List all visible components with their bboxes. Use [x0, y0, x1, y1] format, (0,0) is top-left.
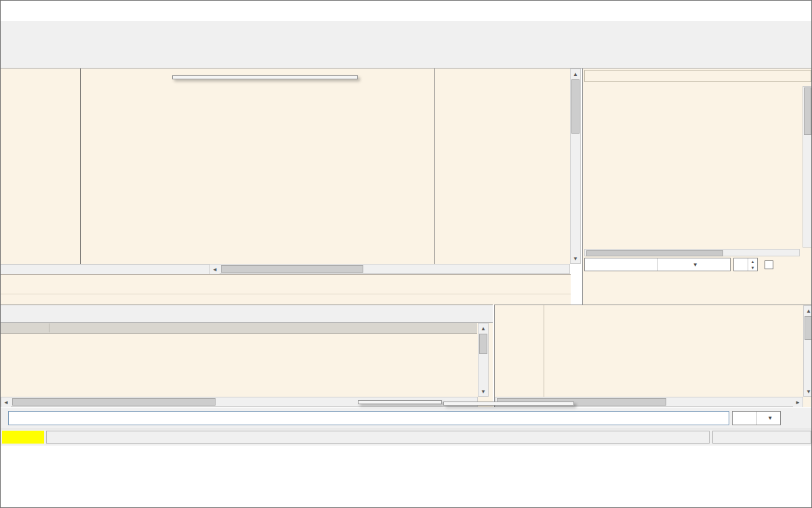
spin-down-icon[interactable]: ▼ — [748, 265, 757, 271]
scroll-down-icon[interactable]: ▼ — [804, 387, 812, 396]
scroll-left-icon[interactable]: ◄ — [210, 265, 220, 274]
search-submenu — [358, 400, 442, 404]
disasm-hscrollbar[interactable]: ◄ — [209, 264, 570, 274]
chevron-down-icon: ▼ — [657, 258, 731, 271]
menu-bar — [1, 21, 811, 37]
scroll-right-icon[interactable]: ► — [793, 397, 803, 407]
registers-vscrollbar[interactable] — [803, 86, 812, 248]
status-message — [46, 431, 710, 444]
app-bug-icon — [6, 5, 17, 16]
scroll-down-icon[interactable]: ▼ — [479, 387, 488, 396]
disasm-vscrollbar[interactable]: ▲ ▼ — [570, 69, 581, 264]
x32dbg-window: ▲ ▼ ◄ ▼ ▲ ▼ — [0, 0, 812, 508]
dump-header — [1, 323, 477, 334]
hide-fpu-button[interactable] — [584, 70, 811, 82]
spin-up-icon[interactable]: ▲ — [748, 258, 757, 265]
disasm-status-line — [1, 294, 571, 305]
unlock-checkbox[interactable] — [765, 260, 773, 269]
command-scope-select[interactable]: ▼ — [732, 411, 781, 425]
command-bar: ▼ — [1, 408, 811, 429]
current-region-submenu — [443, 402, 574, 406]
debug-time — [712, 431, 811, 444]
paused-badge — [2, 431, 44, 444]
toolbar — [1, 37, 811, 54]
stack-vscrollbar[interactable]: ▲ ▼ — [803, 305, 812, 397]
maximize-button[interactable] — [750, 1, 780, 21]
status-bar — [1, 429, 811, 446]
scroll-left-icon[interactable]: ◄ — [1, 397, 11, 407]
chevron-down-icon: ▼ — [756, 412, 781, 425]
dump-pane[interactable]: ▲ ▼ ◄ — [1, 305, 493, 407]
info-pane — [1, 274, 571, 294]
scroll-up-icon[interactable]: ▲ — [479, 324, 488, 333]
scroll-down-icon[interactable]: ▼ — [571, 254, 580, 263]
registers-hscrollbar[interactable] — [584, 249, 800, 256]
dump-rows[interactable] — [1, 334, 477, 397]
stack-rows[interactable] — [496, 307, 803, 397]
disassembly-pane[interactable] — [1, 69, 571, 264]
minimize-button[interactable] — [720, 1, 750, 21]
stack-pane[interactable]: ▲ ▼ ► — [494, 305, 812, 407]
registers-pane[interactable]: ▼ ▲ ▼ — [582, 69, 812, 305]
dump-vscrollbar[interactable]: ▲ ▼ — [478, 323, 489, 397]
calling-convention-select[interactable]: ▼ — [584, 258, 731, 271]
arg-depth-stepper[interactable]: ▲ ▼ — [733, 258, 758, 271]
context-menu — [172, 75, 358, 79]
view-tab-bar — [1, 54, 811, 69]
command-input[interactable] — [8, 411, 729, 425]
dump-tab-bar — [1, 305, 493, 323]
scroll-up-icon[interactable]: ▲ — [571, 69, 580, 79]
scroll-up-icon[interactable]: ▲ — [804, 306, 812, 315]
close-button[interactable] — [780, 1, 810, 21]
title-bar — [1, 1, 811, 21]
